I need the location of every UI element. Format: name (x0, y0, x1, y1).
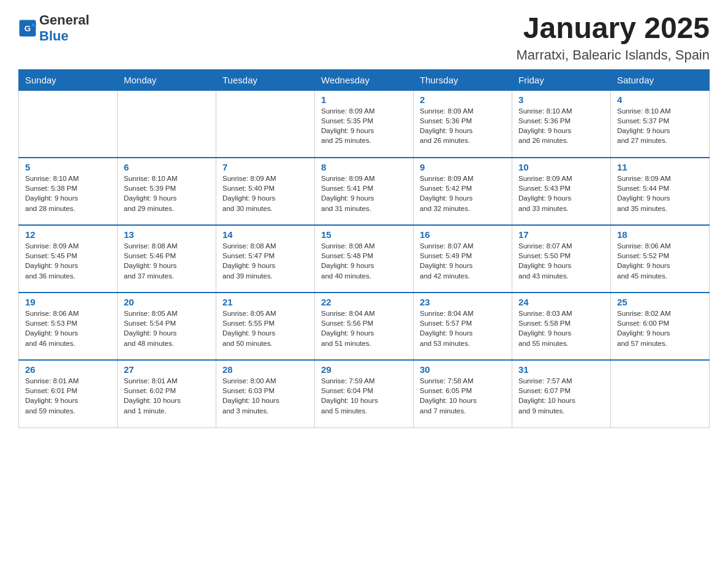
title-block: January 2025 Marratxi, Balearic Islands,… (517, 12, 710, 63)
day-number: 27 (124, 364, 210, 375)
day-number: 18 (617, 229, 703, 240)
calendar-cell (118, 90, 216, 158)
day-number: 17 (518, 229, 604, 240)
calendar-cell: 29Sunrise: 7:59 AM Sunset: 6:04 PM Dayli… (315, 360, 414, 427)
calendar-cell: 19Sunrise: 8:06 AM Sunset: 5:53 PM Dayli… (19, 293, 118, 360)
day-info: Sunrise: 8:02 AM Sunset: 6:00 PM Dayligh… (617, 308, 703, 348)
day-info: Sunrise: 7:59 AM Sunset: 6:04 PM Dayligh… (321, 376, 407, 415)
day-info: Sunrise: 8:10 AM Sunset: 5:39 PM Dayligh… (124, 174, 210, 213)
month-title: January 2025 (517, 12, 710, 45)
day-number: 5 (25, 162, 111, 172)
day-number: 9 (420, 162, 506, 172)
day-number: 28 (222, 364, 308, 375)
day-info: Sunrise: 8:00 AM Sunset: 6:03 PM Dayligh… (222, 376, 308, 415)
calendar-week-row: 1Sunrise: 8:09 AM Sunset: 5:35 PM Daylig… (19, 90, 710, 158)
day-info: Sunrise: 8:08 AM Sunset: 5:46 PM Dayligh… (124, 241, 210, 280)
day-info: Sunrise: 8:09 AM Sunset: 5:43 PM Dayligh… (518, 174, 604, 213)
day-info: Sunrise: 8:06 AM Sunset: 5:53 PM Dayligh… (25, 308, 111, 348)
day-number: 23 (420, 297, 506, 307)
logo-general-text: General (39, 12, 89, 28)
calendar-cell: 24Sunrise: 8:03 AM Sunset: 5:58 PM Dayli… (512, 293, 611, 360)
weekday-header-monday: Monday (118, 69, 216, 90)
calendar-cell: 27Sunrise: 8:01 AM Sunset: 6:02 PM Dayli… (118, 360, 216, 427)
day-number: 10 (518, 162, 604, 172)
weekday-header-friday: Friday (512, 69, 611, 90)
day-info: Sunrise: 8:01 AM Sunset: 6:02 PM Dayligh… (124, 376, 210, 415)
calendar-cell: 18Sunrise: 8:06 AM Sunset: 5:52 PM Dayli… (611, 225, 710, 293)
calendar-cell: 13Sunrise: 8:08 AM Sunset: 5:46 PM Dayli… (118, 225, 216, 293)
calendar-cell (216, 90, 315, 158)
weekday-header-row: SundayMondayTuesdayWednesdayThursdayFrid… (19, 69, 710, 90)
day-number: 25 (617, 297, 703, 307)
day-info: Sunrise: 8:09 AM Sunset: 5:36 PM Dayligh… (420, 106, 506, 145)
calendar-week-row: 12Sunrise: 8:09 AM Sunset: 5:45 PM Dayli… (19, 225, 710, 293)
day-number: 13 (124, 229, 210, 240)
calendar-cell: 25Sunrise: 8:02 AM Sunset: 6:00 PM Dayli… (611, 293, 710, 360)
day-info: Sunrise: 8:09 AM Sunset: 5:44 PM Dayligh… (617, 174, 703, 213)
calendar-cell: 12Sunrise: 8:09 AM Sunset: 5:45 PM Dayli… (19, 225, 118, 293)
calendar-cell: 8Sunrise: 8:09 AM Sunset: 5:41 PM Daylig… (315, 158, 414, 225)
day-number: 7 (222, 162, 308, 172)
day-info: Sunrise: 8:08 AM Sunset: 5:48 PM Dayligh… (321, 241, 407, 280)
weekday-header-tuesday: Tuesday (216, 69, 315, 90)
day-number: 12 (25, 229, 111, 240)
calendar-cell: 28Sunrise: 8:00 AM Sunset: 6:03 PM Dayli… (216, 360, 315, 427)
day-number: 29 (321, 364, 407, 375)
calendar-cell: 16Sunrise: 8:07 AM Sunset: 5:49 PM Dayli… (414, 225, 512, 293)
day-info: Sunrise: 8:07 AM Sunset: 5:49 PM Dayligh… (420, 241, 506, 280)
calendar-week-row: 5Sunrise: 8:10 AM Sunset: 5:38 PM Daylig… (19, 158, 710, 225)
day-number: 14 (222, 229, 308, 240)
calendar-week-row: 26Sunrise: 8:01 AM Sunset: 6:01 PM Dayli… (19, 360, 710, 427)
day-info: Sunrise: 8:05 AM Sunset: 5:55 PM Dayligh… (222, 308, 308, 348)
calendar-cell (19, 90, 118, 158)
calendar-cell: 11Sunrise: 8:09 AM Sunset: 5:44 PM Dayli… (611, 158, 710, 225)
logo-text: General Blue (39, 12, 89, 44)
day-info: Sunrise: 7:58 AM Sunset: 6:05 PM Dayligh… (420, 376, 506, 415)
day-number: 15 (321, 229, 407, 240)
day-number: 1 (321, 94, 407, 105)
day-info: Sunrise: 8:10 AM Sunset: 5:36 PM Dayligh… (518, 106, 604, 145)
logo-icon: G (18, 19, 37, 37)
calendar-cell: 6Sunrise: 8:10 AM Sunset: 5:39 PM Daylig… (118, 158, 216, 225)
day-number: 11 (617, 162, 703, 172)
calendar-week-row: 19Sunrise: 8:06 AM Sunset: 5:53 PM Dayli… (19, 293, 710, 360)
day-number: 4 (617, 94, 703, 105)
calendar-cell: 3Sunrise: 8:10 AM Sunset: 5:36 PM Daylig… (512, 90, 611, 158)
logo-blue-text: Blue (39, 28, 69, 44)
calendar-cell: 2Sunrise: 8:09 AM Sunset: 5:36 PM Daylig… (414, 90, 512, 158)
calendar-cell: 23Sunrise: 8:04 AM Sunset: 5:57 PM Dayli… (414, 293, 512, 360)
calendar-cell: 15Sunrise: 8:08 AM Sunset: 5:48 PM Dayli… (315, 225, 414, 293)
calendar-cell: 30Sunrise: 7:58 AM Sunset: 6:05 PM Dayli… (414, 360, 512, 427)
calendar-cell: 4Sunrise: 8:10 AM Sunset: 5:37 PM Daylig… (611, 90, 710, 158)
day-info: Sunrise: 8:03 AM Sunset: 5:58 PM Dayligh… (518, 308, 604, 348)
day-number: 3 (518, 94, 604, 105)
day-number: 8 (321, 162, 407, 172)
day-number: 21 (222, 297, 308, 307)
calendar-cell: 5Sunrise: 8:10 AM Sunset: 5:38 PM Daylig… (19, 158, 118, 225)
day-info: Sunrise: 8:07 AM Sunset: 5:50 PM Dayligh… (518, 241, 604, 280)
calendar-cell: 20Sunrise: 8:05 AM Sunset: 5:54 PM Dayli… (118, 293, 216, 360)
day-info: Sunrise: 8:09 AM Sunset: 5:45 PM Dayligh… (25, 241, 111, 280)
weekday-header-sunday: Sunday (19, 69, 118, 90)
day-number: 19 (25, 297, 111, 307)
day-number: 22 (321, 297, 407, 307)
day-info: Sunrise: 8:04 AM Sunset: 5:57 PM Dayligh… (420, 308, 506, 348)
day-number: 16 (420, 229, 506, 240)
day-info: Sunrise: 8:10 AM Sunset: 5:37 PM Dayligh… (617, 106, 703, 145)
day-info: Sunrise: 8:04 AM Sunset: 5:56 PM Dayligh… (321, 308, 407, 348)
day-info: Sunrise: 8:09 AM Sunset: 5:41 PM Dayligh… (321, 174, 407, 213)
calendar-cell: 31Sunrise: 7:57 AM Sunset: 6:07 PM Dayli… (512, 360, 611, 427)
day-info: Sunrise: 8:09 AM Sunset: 5:40 PM Dayligh… (222, 174, 308, 213)
calendar-cell: 26Sunrise: 8:01 AM Sunset: 6:01 PM Dayli… (19, 360, 118, 427)
day-info: Sunrise: 8:09 AM Sunset: 5:35 PM Dayligh… (321, 106, 407, 145)
weekday-header-thursday: Thursday (414, 69, 512, 90)
weekday-header-wednesday: Wednesday (315, 69, 414, 90)
day-number: 30 (420, 364, 506, 375)
page-header: G General Blue January 2025 Marratxi, Ba… (18, 12, 710, 63)
calendar-cell: 17Sunrise: 8:07 AM Sunset: 5:50 PM Dayli… (512, 225, 611, 293)
location-title: Marratxi, Balearic Islands, Spain (517, 47, 710, 63)
calendar-cell: 14Sunrise: 8:08 AM Sunset: 5:47 PM Dayli… (216, 225, 315, 293)
weekday-header-saturday: Saturday (611, 69, 710, 90)
day-number: 6 (124, 162, 210, 172)
day-info: Sunrise: 8:10 AM Sunset: 5:38 PM Dayligh… (25, 174, 111, 213)
